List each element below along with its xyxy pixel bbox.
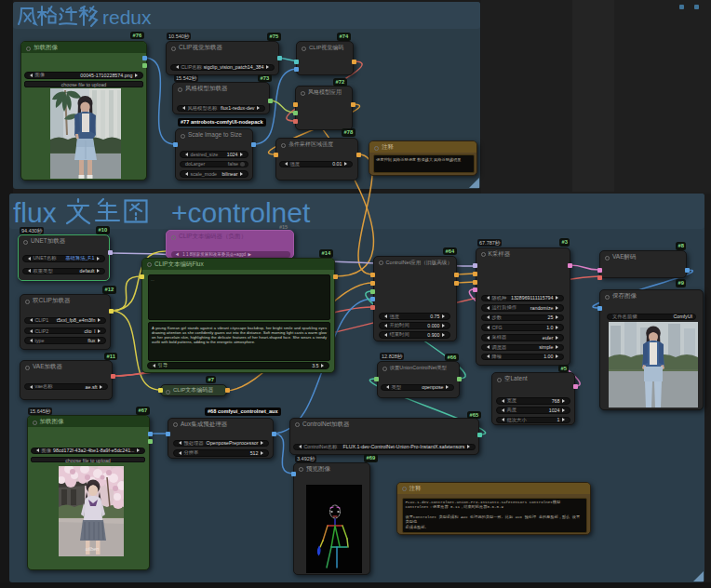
svg-text:flux: flux (13, 197, 57, 228)
svg-text:uilben: uilben (86, 546, 100, 552)
svg-text:redux: redux (102, 7, 152, 28)
svg-text:+controlnet: +controlnet (171, 197, 311, 228)
